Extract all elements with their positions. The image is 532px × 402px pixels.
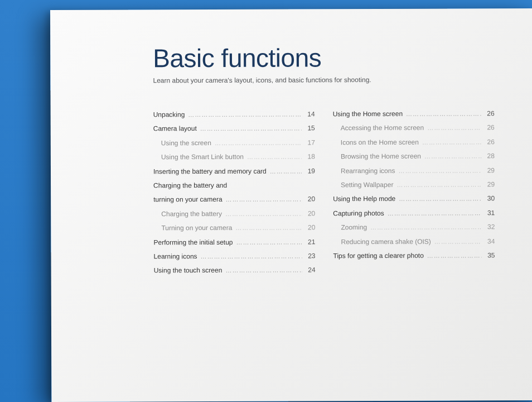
toc-page-number: 28 [485,151,495,161]
toc-entry-label: Browsing the Home screen [341,152,421,162]
toc-page-number: 20 [305,195,315,204]
toc-entry-label: Tips for getting a clearer photo [333,251,424,261]
toc-entry-label: Using the Home screen [333,109,403,119]
toc-page-number: 21 [305,237,315,247]
toc-leader-dots [424,152,481,161]
toc-entry-label: Using the screen [161,138,211,149]
toc-entry: Reducing camera shake (OIS)34 [333,237,495,247]
toc-entry: Inserting the battery and memory card19 [153,166,315,176]
toc-leader-dots [388,209,482,218]
toc-page-number: 29 [485,166,495,175]
toc-column-left: Unpacking14Camera layout15Using the scre… [153,109,316,280]
document-page: Basic functions Learn about your camera'… [50,8,532,402]
toc-leader-dots [406,109,481,118]
toc-entry: Charging the battery20 [153,209,315,219]
toc-entry-label: Setting Wallpaper [341,180,393,190]
toc-page-number: 29 [485,180,495,189]
toc-leader-dots [434,237,482,246]
toc-entry: Icons on the Home screen26 [333,137,495,147]
toc-entry-label: Charging the battery and [153,181,227,191]
toc-leader-dots [235,224,302,233]
toc-entry-label: Icons on the Home screen [341,137,419,147]
toc-entry-label: Turning on your camera [161,223,232,233]
toc-leader-dots [427,124,481,133]
toc-page-number: 26 [485,123,495,133]
toc-leader-dots [396,180,481,189]
toc-page-number: 14 [305,109,315,119]
toc-page-number: 30 [485,194,495,204]
toc-entry: Using the Smart Link button18 [153,152,315,162]
toc-page-number: 34 [485,237,495,246]
toc-leader-dots [270,167,302,176]
toc-entry: Using the touch screen24 [154,266,316,276]
toc-entry-label: Unpacking [153,110,185,120]
toc-page-number: 18 [305,152,315,162]
toc-leader-dots [215,138,302,147]
toc-page-number: 19 [305,166,315,176]
toc-entry-label: Using the Smart Link button [161,152,244,162]
toc-page-number: 20 [305,209,315,218]
toc-entry-label: Charging the battery [161,209,222,219]
toc-page-number: 26 [485,109,495,118]
toc-entry: Setting Wallpaper29 [333,180,495,190]
toc-leader-dots [188,110,301,119]
toc-entry-label: Rearranging icons [341,166,395,176]
toc-entry-label: Performing the initial setup [153,237,233,247]
toc-entry-label: Reducing camera shake (OIS) [341,237,431,247]
toc-entry: Capturing photos31 [333,208,495,218]
toc-page-number: 23 [306,251,316,261]
toc-leader-dots [422,138,481,147]
toc-entry: Using the Help mode30 [333,194,495,204]
toc-page-number: 31 [485,208,495,218]
toc-leader-dots [200,125,302,134]
toc-entry-label: Using the touch screen [154,266,223,276]
toc-leader-dots [399,195,481,204]
toc-leader-dots [236,238,302,247]
toc-page-number: 32 [485,222,495,232]
page-title: Basic functions [153,42,494,73]
toc-entry-label: Capturing photos [333,209,384,219]
toc-entry-label: Learning icons [154,252,197,262]
toc-page-number: 26 [485,137,495,147]
toc-entry-label: Inserting the battery and memory card [153,166,267,176]
toc-entry-label: Accessing the Home screen [341,123,424,133]
toc-entry-label: Camera layout [153,124,197,134]
toc-page-number: 17 [305,138,315,147]
toc-entry: Turning on your camera20 [153,223,315,233]
toc-leader-dots [427,251,482,260]
toc-entry-label: Zooming [341,223,367,233]
toc-entry-label: Using the Help mode [333,194,395,204]
toc-entry: Using the Home screen26 [333,109,495,119]
toc-entry: Rearranging icons29 [333,166,495,176]
toc-entry: turning on your camera20 [153,195,315,205]
toc-entry: Camera layout15 [153,124,315,134]
toc-leader-dots [201,252,302,261]
toc-page-number: 24 [306,266,316,275]
toc-leader-dots [398,166,481,175]
toc-entry: Learning icons23 [154,251,316,261]
toc-entry: Browsing the Home screen28 [333,151,495,161]
toc-entry-label: turning on your camera [153,195,222,205]
toc-leader-dots [370,223,481,232]
toc-leader-dots [225,209,302,218]
toc-entry: Using the screen17 [153,138,315,148]
toc-entry: Zooming32 [333,222,495,232]
toc-entry: Accessing the Home screen26 [333,123,495,133]
toc-page-number: 15 [305,124,315,133]
toc-columns: Unpacking14Camera layout15Using the scre… [153,109,495,280]
toc-page-number: 20 [305,223,315,232]
toc-page-number: 35 [485,251,495,260]
toc-leader-dots [226,195,302,204]
toc-leader-dots [225,266,302,275]
page-subtitle: Learn about your camera's layout, icons,… [153,75,494,84]
toc-column-right: Using the Home screen26Accessing the Hom… [333,109,495,280]
toc-entry: Performing the initial setup21 [153,237,315,247]
toc-leader-dots [247,153,302,162]
toc-entry: Unpacking14 [153,109,315,119]
toc-entry: Tips for getting a clearer photo35 [333,251,495,261]
toc-entry: Charging the battery and [153,180,315,190]
